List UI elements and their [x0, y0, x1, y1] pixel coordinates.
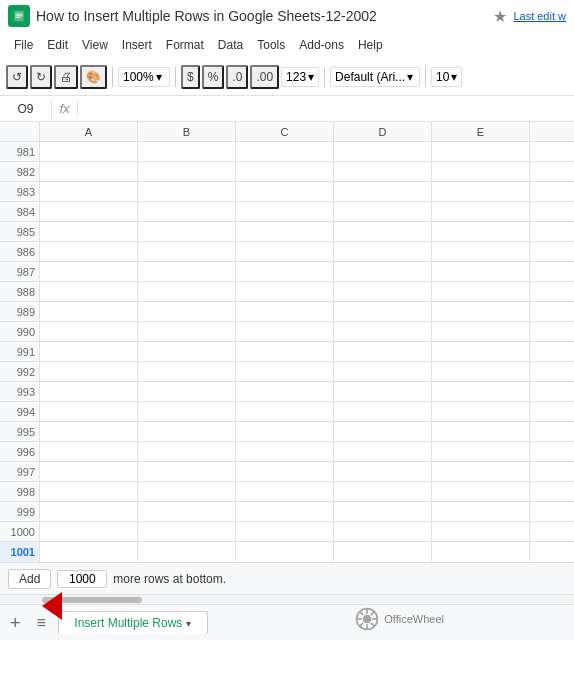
grid-cell[interactable]	[138, 262, 236, 281]
grid-cell[interactable]	[236, 502, 334, 521]
grid-cell[interactable]	[40, 342, 138, 361]
grid-cell[interactable]	[334, 202, 432, 221]
grid-cell[interactable]	[432, 342, 530, 361]
dec-inc2-button[interactable]: .00	[250, 65, 279, 89]
table-row[interactable]: 996	[0, 442, 574, 462]
grid-cell[interactable]	[432, 442, 530, 461]
table-row[interactable]: 990	[0, 322, 574, 342]
grid-cell[interactable]	[40, 222, 138, 241]
grid-cell[interactable]	[40, 402, 138, 421]
percent-button[interactable]: %	[202, 65, 225, 89]
grid-cell[interactable]	[40, 422, 138, 441]
grid-cell[interactable]	[138, 282, 236, 301]
grid-cell[interactable]	[334, 382, 432, 401]
grid-cell[interactable]	[432, 542, 530, 562]
grid-cell[interactable]	[432, 402, 530, 421]
grid-cell[interactable]	[138, 382, 236, 401]
redo-button[interactable]: ↻	[30, 65, 52, 89]
grid-cell[interactable]	[334, 142, 432, 161]
grid-cell[interactable]	[40, 242, 138, 261]
grid-cell[interactable]	[236, 462, 334, 481]
grid-cell[interactable]	[138, 462, 236, 481]
star-icon[interactable]: ★	[493, 7, 507, 26]
col-header-b[interactable]: B	[138, 122, 236, 141]
grid-cell[interactable]	[40, 262, 138, 281]
grid-cell[interactable]	[334, 542, 432, 562]
grid-cell[interactable]	[432, 242, 530, 261]
grid-cell[interactable]	[432, 202, 530, 221]
grid-cell[interactable]	[40, 282, 138, 301]
col-header-a[interactable]: A	[40, 122, 138, 141]
grid-cell[interactable]	[236, 222, 334, 241]
grid-cell[interactable]	[40, 542, 138, 562]
grid-cell[interactable]	[236, 362, 334, 381]
grid-cell[interactable]	[236, 322, 334, 341]
grid-cell[interactable]	[40, 182, 138, 201]
col-header-c[interactable]: C	[236, 122, 334, 141]
grid-cell[interactable]	[334, 182, 432, 201]
col-header-d[interactable]: D	[334, 122, 432, 141]
grid-cell[interactable]	[236, 262, 334, 281]
grid-cell[interactable]	[236, 522, 334, 541]
grid-cell[interactable]	[138, 222, 236, 241]
grid-cell[interactable]	[138, 242, 236, 261]
grid-cell[interactable]	[334, 522, 432, 541]
zoom-dropdown[interactable]: 100% ▾	[118, 67, 170, 87]
grid-cell[interactable]	[236, 442, 334, 461]
grid-cell[interactable]	[40, 302, 138, 321]
table-row[interactable]: 995	[0, 422, 574, 442]
grid-cell[interactable]	[236, 482, 334, 501]
grid-cell[interactable]	[432, 522, 530, 541]
table-row[interactable]: 991	[0, 342, 574, 362]
grid-cell[interactable]	[334, 342, 432, 361]
table-row[interactable]: 988	[0, 282, 574, 302]
last-edit-link[interactable]: Last edit w	[513, 10, 566, 22]
table-row[interactable]: 1001	[0, 542, 574, 562]
table-row[interactable]: 986	[0, 242, 574, 262]
grid-cell[interactable]	[236, 242, 334, 261]
grid-cell[interactable]	[138, 442, 236, 461]
table-row[interactable]: 1000	[0, 522, 574, 542]
col-header-e[interactable]: E	[432, 122, 530, 141]
menu-edit[interactable]: Edit	[41, 36, 74, 54]
grid-cell[interactable]	[432, 462, 530, 481]
grid-cell[interactable]	[432, 262, 530, 281]
grid-cell[interactable]	[138, 322, 236, 341]
grid-cell[interactable]	[334, 222, 432, 241]
grid-cell[interactable]	[432, 142, 530, 161]
table-row[interactable]: 981	[0, 142, 574, 162]
table-row[interactable]: 997	[0, 462, 574, 482]
grid-cell[interactable]	[40, 442, 138, 461]
menu-format[interactable]: Format	[160, 36, 210, 54]
grid-cell[interactable]	[138, 362, 236, 381]
add-sheet-button[interactable]: +	[6, 612, 25, 634]
grid-cell[interactable]	[334, 282, 432, 301]
grid-cell[interactable]	[138, 302, 236, 321]
grid-cell[interactable]	[432, 482, 530, 501]
font-dropdown[interactable]: Default (Ari... ▾	[330, 67, 420, 87]
grid-cell[interactable]	[236, 282, 334, 301]
grid-cell[interactable]	[236, 382, 334, 401]
table-row[interactable]: 987	[0, 262, 574, 282]
grid-cell[interactable]	[334, 462, 432, 481]
grid-cell[interactable]	[334, 502, 432, 521]
grid-cell[interactable]	[236, 342, 334, 361]
grid-cell[interactable]	[40, 162, 138, 181]
grid-cell[interactable]	[236, 402, 334, 421]
table-row[interactable]: 983	[0, 182, 574, 202]
grid-cell[interactable]	[432, 322, 530, 341]
grid-cell[interactable]	[432, 162, 530, 181]
grid-cell[interactable]	[40, 462, 138, 481]
grid-cell[interactable]	[138, 422, 236, 441]
grid-cell[interactable]	[334, 302, 432, 321]
grid-cell[interactable]	[138, 182, 236, 201]
menu-view[interactable]: View	[76, 36, 114, 54]
menu-data[interactable]: Data	[212, 36, 249, 54]
cell-reference[interactable]: O9	[0, 100, 52, 118]
menu-file[interactable]: File	[8, 36, 39, 54]
grid-cell[interactable]	[236, 182, 334, 201]
horizontal-scrollbar[interactable]	[0, 594, 574, 604]
grid-cell[interactable]	[432, 382, 530, 401]
grid-cell[interactable]	[334, 422, 432, 441]
format-number-dropdown[interactable]: 123 ▾	[281, 67, 319, 87]
